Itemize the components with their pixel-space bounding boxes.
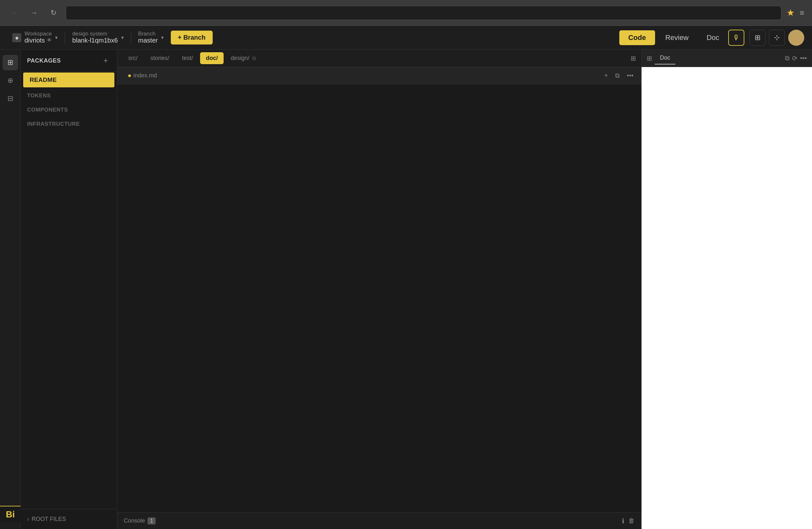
- add-branch-button[interactable]: + Branch: [171, 31, 213, 44]
- editor-tab-more-button[interactable]: •••: [624, 71, 636, 81]
- tab-copy-icon: ⧉: [252, 55, 256, 61]
- header-right-actions: ⊞ ⊹: [750, 30, 804, 46]
- file-tab-src[interactable]: src/: [122, 52, 143, 64]
- sidebar-section-infrastructure: INFRASTRUCTURE: [20, 118, 117, 131]
- editor-content: [117, 84, 641, 512]
- preview-doc-tab[interactable]: Doc: [655, 52, 676, 65]
- sidebar-header: PACKAGES +: [20, 49, 117, 72]
- sidebar: PACKAGES + readme TOKENS COMPONENTS INFR…: [20, 49, 117, 529]
- branch-label: Branch: [138, 31, 158, 37]
- sidebar-section-components: COMPONENTS: [20, 103, 117, 116]
- header-divider-2: [131, 32, 131, 44]
- branch-chevron-icon: ▾: [161, 34, 164, 41]
- tab-pin-button[interactable]: ⊞: [630, 55, 636, 62]
- sidebar-bottom: › ROOT FILES: [20, 509, 117, 529]
- branch-selector[interactable]: Branch master ▾: [134, 28, 168, 47]
- design-system-selector[interactable]: design system blank-l1qm1bx6 ▾: [68, 28, 128, 47]
- root-files-label: ROOT FILES: [32, 516, 66, 523]
- sidebar-title: PACKAGES: [27, 57, 61, 64]
- design-system-label: design system: [72, 31, 118, 37]
- review-button[interactable]: Review: [656, 30, 698, 45]
- workspace-name: divriots 👁: [25, 37, 52, 44]
- file-tab-doc[interactable]: doc/: [200, 52, 223, 64]
- console-trash-button[interactable]: 🗑: [628, 517, 635, 525]
- console-badge: 1: [148, 517, 156, 525]
- design-system-name: blank-l1qm1bx6: [72, 37, 118, 44]
- editor-tab-index-md[interactable]: index.md: [122, 70, 163, 82]
- console-bar: Console 1 ℹ 🗑: [117, 512, 641, 529]
- podcast-button[interactable]: 🎙: [728, 30, 744, 46]
- bookmark-icon[interactable]: ★: [786, 8, 795, 18]
- bi-logo: Bi: [0, 506, 20, 523]
- sidebar-item-readme[interactable]: readme: [23, 73, 114, 87]
- console-info-button[interactable]: ℹ: [622, 517, 624, 525]
- preview-panel: ⊞ Doc ⧉ ⟳ •••: [641, 49, 812, 529]
- url-bar[interactable]: [66, 6, 781, 20]
- activity-bar: ⊞ ⊕ ⊟ ?: [0, 49, 20, 529]
- eye-icon: 👁: [47, 37, 52, 43]
- preview-reload-button[interactable]: ⟳: [792, 55, 798, 62]
- design-system-chevron-icon: ▾: [121, 34, 124, 41]
- main-area: ⊞ ⊕ ⊟ ? PACKAGES + readme TOKENS COMPONE…: [0, 49, 812, 529]
- preview-pin-button[interactable]: ⊞: [647, 55, 652, 62]
- preview-header: ⊞ Doc ⧉ ⟳ •••: [641, 49, 812, 67]
- file-tab-test[interactable]: test/: [176, 52, 199, 64]
- app-container: ◈ Workspace divriots 👁 ▾ design system b…: [0, 26, 812, 529]
- file-editor-tabs: index.md + ⧉ •••: [117, 67, 641, 84]
- activity-packages-button[interactable]: ⊟: [3, 91, 18, 106]
- sidebar-add-button[interactable]: +: [101, 55, 111, 67]
- preview-actions: ⧉ ⟳ •••: [785, 55, 807, 62]
- workspace-label: Workspace: [25, 31, 52, 37]
- workspace-chevron-icon: ▾: [55, 34, 58, 41]
- root-files-chevron-icon: ›: [27, 516, 29, 523]
- code-button[interactable]: Code: [619, 30, 655, 45]
- sidebar-section-tokens: TOKENS: [20, 89, 117, 102]
- file-tab-stories[interactable]: stories/: [145, 52, 175, 64]
- reload-button[interactable]: ↻: [46, 6, 61, 20]
- file-tabs-bar: src/ stories/ test/ doc/ design/ ⧉ ⊞: [117, 49, 641, 67]
- top-header: ◈ Workspace divriots 👁 ▾ design system b…: [0, 26, 812, 49]
- avatar[interactable]: [788, 30, 804, 46]
- preview-expand-button[interactable]: ⧉: [785, 55, 789, 62]
- design-system-text: design system blank-l1qm1bx6: [72, 31, 118, 44]
- editor-tab-label: index.md: [133, 72, 157, 79]
- signal-icon-button[interactable]: ⊹: [769, 30, 785, 46]
- root-files-row[interactable]: › ROOT FILES: [26, 513, 112, 525]
- file-tab-design[interactable]: design/ ⧉: [225, 52, 262, 64]
- activity-explorer-button[interactable]: ⊞: [3, 55, 18, 70]
- branch-name: master: [138, 37, 158, 44]
- editor-tab-expand-button[interactable]: ⧉: [612, 71, 622, 81]
- desktop-icon-button[interactable]: ⊞: [750, 30, 766, 46]
- editor-tab-add-button[interactable]: +: [601, 71, 611, 81]
- editor-area: src/ stories/ test/ doc/ design/ ⧉ ⊞ ind…: [117, 49, 641, 529]
- workspace-selector[interactable]: ◈ Workspace divriots 👁 ▾: [8, 28, 62, 47]
- console-label: Console 1: [124, 517, 156, 525]
- forward-button[interactable]: →: [27, 6, 41, 20]
- modified-dot: [128, 74, 131, 77]
- browser-menu-icon[interactable]: ≡: [800, 9, 804, 17]
- workspace-text: Workspace divriots 👁: [25, 31, 52, 44]
- activity-git-button[interactable]: ⊕: [3, 73, 18, 88]
- browser-chrome: ← → ↻ ★ ≡: [0, 0, 812, 26]
- branch-text: Branch master: [138, 31, 158, 44]
- editor-tab-actions: + ⧉ •••: [601, 71, 636, 81]
- doc-button[interactable]: Doc: [698, 30, 728, 45]
- workspace-icon: ◈: [12, 33, 21, 42]
- back-button[interactable]: ←: [8, 6, 22, 20]
- preview-content: [641, 67, 812, 529]
- header-divider-1: [65, 32, 65, 44]
- preview-more-button[interactable]: •••: [800, 55, 807, 62]
